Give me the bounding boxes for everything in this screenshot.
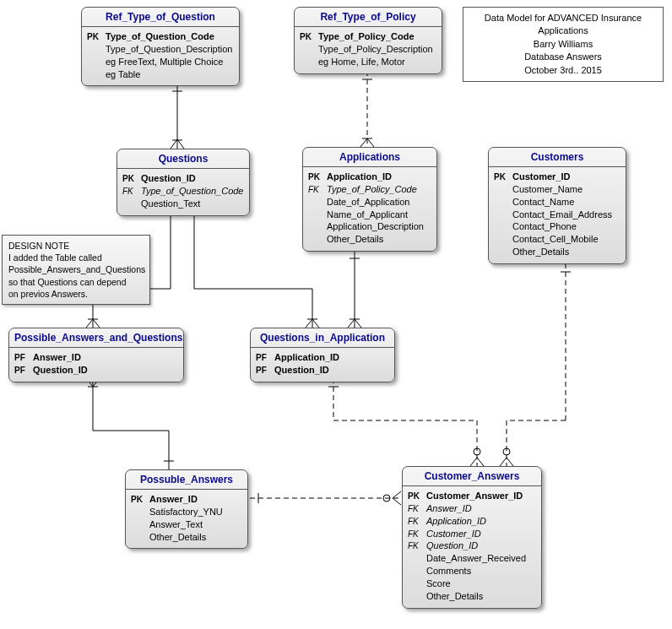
svg-point-53 xyxy=(503,448,510,455)
entity-customer-answers: Customer_Answers PKCustomer_Answer_IDFKA… xyxy=(402,466,542,609)
attribute-name: Type_of_Policy_Code xyxy=(327,183,431,196)
attribute-name: Other_Details xyxy=(327,233,431,246)
entity-ref-type-of-policy: Ref_Type_of_Policy PKType_of_Policy_Code… xyxy=(294,7,442,74)
entity-possible-answers-and-questions: Possible_Answers_and_Questions PFAnswer_… xyxy=(8,328,184,382)
attribute-name: Question_ID xyxy=(426,540,536,552)
svg-line-21 xyxy=(355,319,361,328)
attribute-name: Answer_ID xyxy=(149,493,242,506)
entity-title: Possible_Answers_and_Questions xyxy=(9,328,183,348)
attribute-key: PF xyxy=(256,352,274,364)
attribute-name: Answer_ID xyxy=(33,351,178,364)
entity-applications: Applications PKApplication_IDFKType_of_P… xyxy=(302,147,437,252)
note-line2: I added the Table called xyxy=(8,252,144,263)
svg-line-8 xyxy=(86,319,93,328)
attribute-name: Type_of_Policy_Code xyxy=(318,30,436,43)
header-line2: Barry Williams xyxy=(470,38,656,51)
attribute-name: Question_Text xyxy=(141,198,244,210)
attribute-key: PK xyxy=(494,171,512,183)
attribute-name: Customer_ID xyxy=(512,171,621,183)
attribute-row: PFQuestion_ID xyxy=(14,364,178,377)
attribute-name: Other_Details xyxy=(149,531,242,544)
attribute-key: PK xyxy=(408,491,426,502)
attribute-row: PFApplication_ID xyxy=(256,351,389,364)
svg-line-16 xyxy=(312,319,319,328)
svg-line-15 xyxy=(306,319,312,328)
entity-title: Questions_in_Application xyxy=(251,328,394,348)
attribute-key: PK xyxy=(122,173,141,185)
attribute-row: Comments xyxy=(408,565,536,577)
attribute-row: Other_Details xyxy=(308,233,431,246)
attribute-key: FK xyxy=(122,186,141,198)
attribute-row: Date_Answer_Received xyxy=(408,552,536,565)
entity-questions-in-application: Questions_in_Application PFApplication_I… xyxy=(250,328,395,382)
svg-point-52 xyxy=(474,448,480,455)
attribute-name: Question_ID xyxy=(33,364,178,377)
entity-title: Questions xyxy=(117,149,249,169)
attribute-name: eg FreeText, Multiple Choice xyxy=(106,56,234,68)
attribute-row: PKType_of_Policy_Code xyxy=(300,30,436,43)
attribute-row: FKType_of_Policy_Code xyxy=(308,183,431,196)
attribute-row: Contact_Phone xyxy=(494,220,621,233)
header-line3: Database Answers xyxy=(470,51,656,63)
attribute-name: Name_of_Applicant xyxy=(327,209,431,221)
entity-customers: Customers PKCustomer_IDCustomer_NameCont… xyxy=(488,147,626,264)
attribute-row: Name_of_Applicant xyxy=(308,209,431,221)
attribute-name: Date_of_Application xyxy=(327,196,431,209)
attribute-key: PF xyxy=(14,352,33,364)
attribute-name: Customer_ID xyxy=(426,528,536,540)
entity-questions: Questions PKQuestion_IDFKType_of_Questio… xyxy=(117,149,250,216)
attribute-name: Contact_Email_Address xyxy=(512,209,621,221)
attribute-row: Type_of_Question_Description xyxy=(87,43,234,56)
note-line4: so that Questions can depend xyxy=(8,276,144,288)
attribute-name: Type_of_Policy_Description xyxy=(318,43,436,56)
attribute-name: Date_Answer_Received xyxy=(426,552,536,565)
attribute-name: Answer_ID xyxy=(426,502,536,515)
attribute-key: FK xyxy=(408,540,426,552)
attribute-row: Score xyxy=(408,577,536,590)
attribute-name: Application_ID xyxy=(426,515,536,528)
attribute-row: Other_Details xyxy=(131,531,242,544)
attribute-name: Satisfactory_YNU xyxy=(149,506,242,518)
note-line5: on previos Answers. xyxy=(8,288,144,300)
svg-line-47 xyxy=(507,458,513,466)
svg-point-54 xyxy=(383,495,390,502)
attribute-name: eg Table xyxy=(106,68,234,81)
attribute-name: Comments xyxy=(426,565,536,577)
attribute-row: PKApplication_ID xyxy=(308,171,431,183)
attribute-row: PFAnswer_ID xyxy=(14,351,178,364)
attribute-name: Type_of_Question_Code xyxy=(141,185,244,198)
attribute-row: Date_of_Application xyxy=(308,196,431,209)
note-line1: DESIGN NOTE xyxy=(8,240,144,252)
entity-title: Ref_Type_of_Question xyxy=(82,8,239,27)
attribute-name: Contact_Cell_Mobile xyxy=(512,233,621,246)
attribute-row: PKCustomer_ID xyxy=(494,171,621,183)
attribute-row: FKAnswer_ID xyxy=(408,502,536,515)
entity-title: Customer_Answers xyxy=(403,467,541,486)
attribute-row: Answer_Text xyxy=(131,518,242,531)
attribute-name: Type_of_Question_Code xyxy=(106,30,234,43)
attribute-name: Contact_Phone xyxy=(512,220,621,233)
attribute-name: Answer_Text xyxy=(149,518,242,531)
header-line4: October 3rd.. 2015 xyxy=(470,64,656,77)
attribute-key: PK xyxy=(308,171,327,183)
attribute-row: Contact_Cell_Mobile xyxy=(494,233,621,246)
attribute-key: PF xyxy=(256,365,274,377)
svg-line-2 xyxy=(177,139,184,149)
attribute-name: Question_ID xyxy=(141,172,244,185)
erd-connectors xyxy=(0,0,672,629)
attribute-row: PKQuestion_ID xyxy=(122,172,244,185)
attribute-name: Other_Details xyxy=(512,246,621,258)
attribute-key: FK xyxy=(408,503,426,515)
attribute-row: eg FreeText, Multiple Choice xyxy=(87,56,234,68)
attribute-name: Customer_Answer_ID xyxy=(426,490,536,502)
entity-ref-type-of-question: Ref_Type_of_Question PKType_of_Question_… xyxy=(81,7,240,86)
entity-possuble-answers: Possuble_Answers PKAnswer_IDSatisfactory… xyxy=(125,469,248,549)
attribute-name: Application_ID xyxy=(327,171,431,183)
svg-line-43 xyxy=(470,458,477,466)
attribute-row: PKType_of_Question_Code xyxy=(87,30,234,43)
svg-line-46 xyxy=(500,458,507,466)
entity-title: Customers xyxy=(489,148,626,167)
attribute-key: PK xyxy=(300,31,318,43)
attribute-name: Question_ID xyxy=(274,364,389,377)
svg-line-40 xyxy=(367,138,374,147)
